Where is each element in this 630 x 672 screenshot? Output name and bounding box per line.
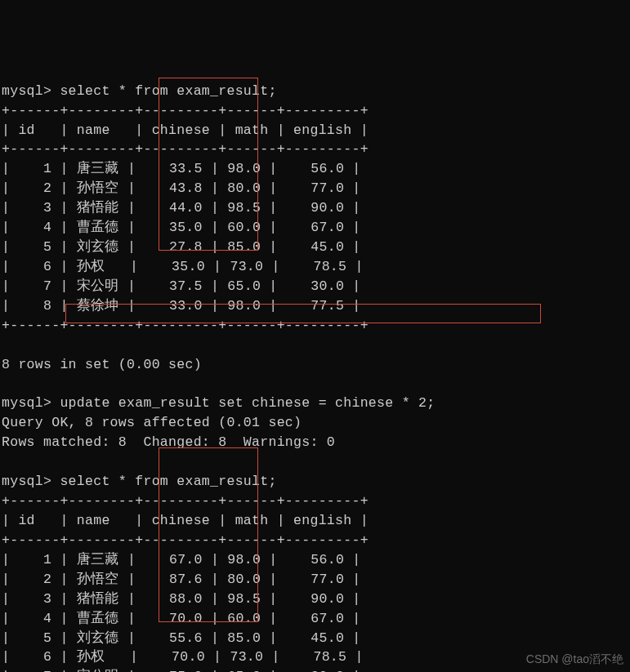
- terminal-output: mysql> select * from exam_result; +-----…: [2, 82, 628, 672]
- watermark: CSDN @tao滔不绝: [526, 651, 623, 667]
